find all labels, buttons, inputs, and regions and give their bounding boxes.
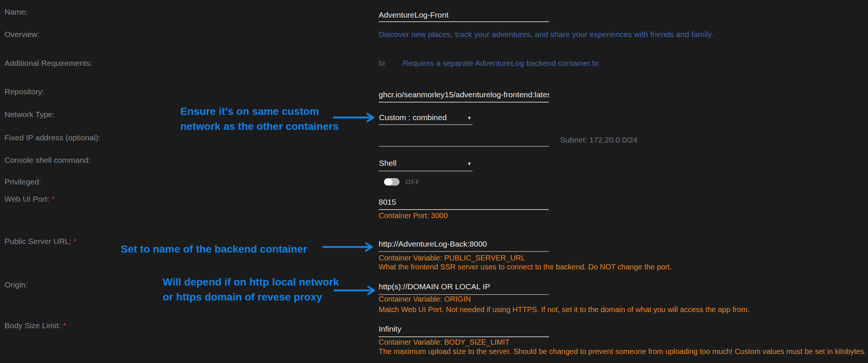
- body-size-limit-variable-note: Container Variable: BODY_SIZE_LIMIT: [379, 338, 510, 346]
- name-label: Name:: [4, 8, 28, 16]
- origin-variable-note: Container Variable: ORIGIN: [379, 295, 471, 303]
- container-port-note: Container Port: 3000: [379, 212, 448, 220]
- public-server-url-description-note: What the frontend SSR server uses to con…: [379, 263, 672, 271]
- public-server-url-label: Public Server URL:*: [4, 237, 76, 245]
- annotation-arrow-network: [332, 112, 377, 123]
- name-input[interactable]: AdventureLog-Front: [379, 11, 449, 19]
- privileged-toggle[interactable]: [384, 178, 400, 186]
- public-server-url-underline: [379, 251, 549, 252]
- web-ui-port-input[interactable]: 8015: [379, 198, 396, 206]
- network-type-label: Network Type:: [4, 110, 55, 119]
- public-server-url-annotation: Set to name of the backend container: [121, 242, 307, 257]
- web-ui-port-underline: [379, 209, 549, 210]
- overview-text: Discover new places, track your adventur…: [379, 30, 713, 39]
- repository-label: Repository:: [4, 88, 44, 96]
- required-asterisk: *: [52, 195, 55, 203]
- web-ui-port-label: Web UI Port:*: [4, 195, 55, 203]
- annotation-arrow-origin: [333, 285, 378, 296]
- origin-input[interactable]: http(s)://DOMAIN OR LOCAL IP: [379, 283, 490, 291]
- repository-input[interactable]: ghcr.io/seanmorley15/adventurelog-fronte…: [379, 91, 549, 99]
- fixed-ip-label: Fixed IP address (optional):: [4, 134, 100, 142]
- name-input-underline: [379, 21, 549, 22]
- overview-label: Overview:: [4, 30, 39, 39]
- console-shell-underline: [379, 171, 473, 171]
- body-size-limit-description-note: The maximum upload size to the server. S…: [379, 348, 866, 356]
- origin-annotation: Will depend if on http local network or …: [163, 275, 339, 305]
- network-type-select[interactable]: Custom : combined: [379, 113, 447, 122]
- privileged-state-text: OFF: [406, 179, 420, 186]
- body-size-limit-label: Body Size Limit:*: [4, 321, 66, 330]
- repository-input-underline: [379, 102, 549, 103]
- public-server-url-input[interactable]: http://AdventureLog-Back:8000: [379, 240, 487, 248]
- fixed-ip-input[interactable]: [379, 146, 549, 147]
- annotation-arrow-public-server-url: [322, 242, 376, 253]
- additional-requirements-label: Additional Requirements:: [4, 59, 92, 67]
- privileged-label: Privileged:: [4, 178, 41, 186]
- network-type-underline: [379, 124, 473, 125]
- console-shell-label: Console shell command:: [4, 156, 91, 164]
- origin-label: Origin:: [4, 281, 28, 289]
- container-template-form: Name: Overview: Additional Requirements:…: [0, 0, 868, 363]
- required-asterisk: *: [63, 321, 66, 330]
- origin-description-note: Match Web UI Port. Not needed if using H…: [379, 306, 749, 314]
- additional-requirements-prefix: br: [379, 59, 386, 67]
- body-size-limit-underline: [379, 336, 549, 337]
- toggle-knob: [384, 179, 392, 185]
- network-annotation: Ensure it's on same custom network as th…: [180, 104, 339, 134]
- subnet-hint: Subnet: 172.20.0.0/24: [560, 136, 638, 144]
- public-server-url-variable-note: Container Variable: PUBLIC_SERVER_URL: [379, 254, 525, 262]
- additional-requirements-text: Requires a separate AdventureLog backend…: [403, 59, 599, 67]
- console-shell-select[interactable]: Shell: [379, 159, 397, 167]
- chevron-down-icon: ▼: [467, 160, 472, 168]
- body-size-limit-input[interactable]: Infinity: [379, 325, 401, 333]
- chevron-down-icon: ▼: [467, 114, 472, 122]
- required-asterisk: *: [74, 237, 77, 245]
